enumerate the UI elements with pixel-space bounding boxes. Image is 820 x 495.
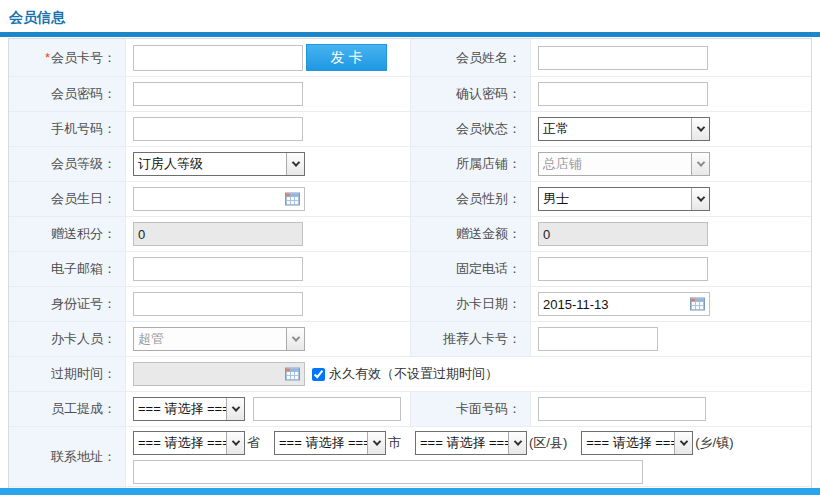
commission-label: 员工提成： <box>9 392 126 426</box>
card-no-cell: 发 卡 <box>126 39 411 76</box>
operator-select-disabled: 超管 <box>133 327 305 351</box>
row-card-number: * 会员卡号： 发 卡 会员姓名： <box>9 39 811 77</box>
landline-label: 固定电话： <box>411 252 531 286</box>
card-face-input[interactable] <box>538 397 706 421</box>
card-no-label: * 会员卡号： <box>9 39 126 76</box>
expiry-input-disabled <box>133 362 305 386</box>
calendar-icon[interactable] <box>285 193 300 206</box>
city-select[interactable]: === 请选择 === <box>274 431 386 455</box>
referrer-cell <box>531 322 811 356</box>
password-cell <box>126 77 411 111</box>
required-star: * <box>45 50 50 65</box>
member-form: * 会员卡号： 发 卡 会员姓名： 会员密码： 确认密码： <box>8 38 812 495</box>
row-expiry: 过期时间： 永久有效（不设置过期时间） <box>9 357 811 392</box>
chevron-down-icon <box>508 432 526 454</box>
birthday-label: 会员生日： <box>9 182 126 216</box>
card-date-cell <box>531 287 811 321</box>
town-select[interactable]: === 请选择 === <box>581 431 693 455</box>
status-label: 会员状态： <box>411 112 531 146</box>
card-date-input[interactable] <box>538 292 710 316</box>
address-detail-line <box>133 458 811 486</box>
row-mobile-status: 手机号码： 会员状态： 正常 <box>9 112 811 147</box>
password-label: 会员密码： <box>9 77 126 111</box>
status-select[interactable]: 正常 <box>538 117 710 141</box>
row-password: 会员密码： 确认密码： <box>9 77 811 112</box>
bonus-amount-label: 赠送金额： <box>411 217 531 251</box>
landline-input[interactable] <box>538 257 708 281</box>
gender-cell: 男士 <box>531 182 811 216</box>
level-label: 会员等级： <box>9 147 126 181</box>
email-label: 电子邮箱： <box>9 252 126 286</box>
row-level-store: 会员等级： 订房人等级 所属店铺： 总店铺 <box>9 147 811 182</box>
city-suffix: 市 <box>388 434 401 452</box>
bottom-section-bar <box>0 488 820 495</box>
bonus-amount-cell <box>531 217 811 251</box>
chevron-down-icon <box>691 118 709 140</box>
email-cell <box>126 252 411 286</box>
member-name-input[interactable] <box>538 46 708 70</box>
level-cell: 订房人等级 <box>126 147 411 181</box>
address-detail-input[interactable] <box>133 460 643 484</box>
bonus-points-label: 赠送积分： <box>9 217 126 251</box>
member-name-label: 会员姓名： <box>411 39 531 76</box>
level-select[interactable]: 订房人等级 <box>133 152 305 176</box>
calendar-icon[interactable] <box>285 368 300 381</box>
birthday-input[interactable] <box>133 187 305 211</box>
chevron-down-icon <box>674 432 692 454</box>
referrer-input[interactable] <box>538 327 658 351</box>
referrer-label: 推荐人卡号： <box>411 322 531 356</box>
town-suffix: (乡/镇) <box>695 434 733 452</box>
bonus-amount-input-disabled <box>538 222 708 246</box>
email-input[interactable] <box>133 257 303 281</box>
row-bonus: 赠送积分： 赠送金额： <box>9 217 811 252</box>
address-cell: === 请选择 === 省 === 请选择 === 市 === 请选择 === … <box>126 427 811 486</box>
confirm-password-label: 确认密码： <box>411 77 531 111</box>
row-address: 联系地址： === 请选择 === 省 === 请选择 === 市 === 请选… <box>9 427 811 487</box>
address-label: 联系地址： <box>9 427 126 486</box>
province-suffix: 省 <box>247 434 260 452</box>
expiry-cell: 永久有效（不设置过期时间） <box>126 357 811 391</box>
operator-cell: 超管 <box>126 322 411 356</box>
province-select[interactable]: === 请选择 === <box>133 431 245 455</box>
gender-label: 会员性别： <box>411 182 531 216</box>
status-cell: 正常 <box>531 112 811 146</box>
chevron-down-icon <box>226 398 244 420</box>
page-title: 会员信息 <box>9 9 820 27</box>
birthday-cell <box>126 182 411 216</box>
district-suffix: (区/县) <box>529 434 567 452</box>
commission-cell: === 请选择 === <box>126 392 411 426</box>
id-number-input[interactable] <box>133 292 303 316</box>
store-select-disabled: 总店铺 <box>538 152 710 176</box>
address-selects: === 请选择 === 省 === 请选择 === 市 === 请选择 === … <box>133 428 811 458</box>
commission-select[interactable]: === 请选择 === <box>133 397 245 421</box>
card-no-input[interactable] <box>133 45 303 71</box>
row-commission-cardface: 员工提成： === 请选择 === 卡面号码： <box>9 392 811 427</box>
mobile-input[interactable] <box>133 117 303 141</box>
page-header: 会员信息 <box>0 0 820 27</box>
password-input[interactable] <box>133 82 303 106</box>
issue-card-button[interactable]: 发 卡 <box>306 44 387 71</box>
permanent-valid-label: 永久有效（不设置过期时间） <box>329 365 498 383</box>
id-number-cell <box>126 287 411 321</box>
row-email-phone: 电子邮箱： 固定电话： <box>9 252 811 287</box>
gender-select[interactable]: 男士 <box>538 187 710 211</box>
operator-label: 办卡人员： <box>9 322 126 356</box>
commission-input[interactable] <box>253 397 401 421</box>
row-birthday-gender: 会员生日： 会员性别： 男士 <box>9 182 811 217</box>
chevron-down-icon <box>226 432 244 454</box>
store-label: 所属店铺： <box>411 147 531 181</box>
calendar-icon[interactable] <box>690 298 705 311</box>
mobile-label: 手机号码： <box>9 112 126 146</box>
bonus-points-cell <box>126 217 411 251</box>
mobile-cell <box>126 112 411 146</box>
member-name-cell <box>531 39 811 76</box>
confirm-password-input[interactable] <box>538 82 708 106</box>
permanent-valid-checkbox[interactable] <box>312 368 325 381</box>
card-date-label: 办卡日期： <box>411 287 531 321</box>
chevron-down-icon <box>691 188 709 210</box>
chevron-down-icon <box>367 432 385 454</box>
card-face-cell <box>531 392 811 426</box>
expiry-label: 过期时间： <box>9 357 126 391</box>
district-select[interactable]: === 请选择 === <box>415 431 527 455</box>
member-info-page: 会员信息 * 会员卡号： 发 卡 会员姓名： 会员密码： 确认密码： <box>0 0 820 495</box>
